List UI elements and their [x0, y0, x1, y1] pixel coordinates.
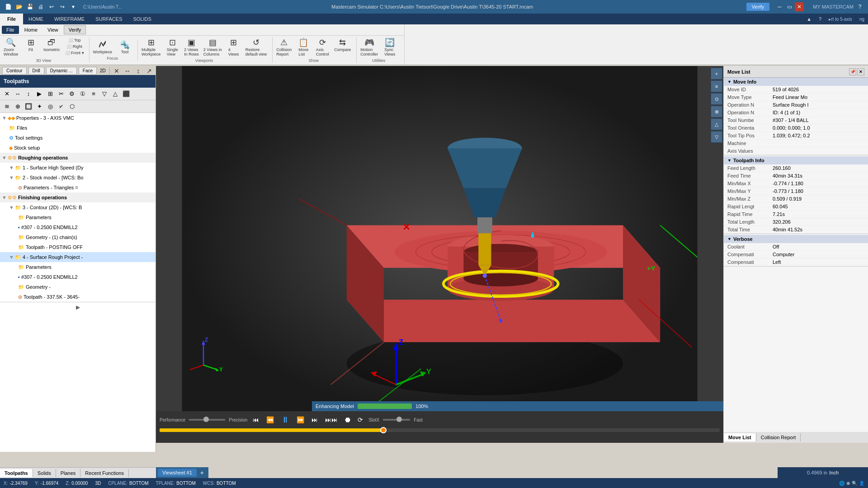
- tree-parameters-tri[interactable]: ⊘ Parameters - Triangles =: [0, 183, 156, 192]
- close-button[interactable]: ✕: [795, 2, 804, 11]
- dynamic-btn[interactable]: Dynamic ...: [46, 67, 77, 75]
- minimize-button[interactable]: ─: [775, 2, 784, 11]
- qat-redo[interactable]: ↪: [58, 2, 67, 11]
- verbose-header[interactable]: ▼ Verbose: [724, 235, 868, 243]
- fit-btn[interactable]: ⊞Fit: [22, 38, 40, 57]
- 2views-cols-btn[interactable]: ▤2 Views inColumns: [202, 38, 224, 57]
- help-button[interactable]: ?: [855, 2, 864, 11]
- lp-icon-19[interactable]: ⬡: [67, 102, 77, 112]
- status-globe-icon[interactable]: 🌐: [839, 481, 844, 486]
- mini-btn-3[interactable]: ⊙: [711, 93, 722, 105]
- tree-tool-307-contour[interactable]: ▪ #307 - 0.2500 ENDMILL2: [0, 222, 156, 232]
- tree-stock-setup[interactable]: ◆ Stock setup: [0, 143, 156, 153]
- panel-pin-btn[interactable]: 📌: [849, 68, 856, 75]
- lp-icon-18[interactable]: 🗸: [56, 102, 66, 112]
- tree-geometry-chains[interactable]: 📁 Geometry - (1) chain(s): [0, 232, 156, 242]
- viewsheet-tab-1[interactable]: Viewsheet #1: [158, 469, 197, 477]
- move-info-header[interactable]: ▼ Move Info: [724, 78, 868, 86]
- step-btn[interactable]: ⬣: [343, 415, 352, 424]
- wireframe-menu[interactable]: WIREFRAME: [49, 14, 90, 24]
- verify-sub-verify[interactable]: Verify: [64, 25, 86, 34]
- 4views-btn[interactable]: ⊞4Views: [225, 38, 243, 57]
- perf-slider[interactable]: [189, 419, 225, 421]
- motion-ctrl-btn[interactable]: 🎮MotionController: [359, 38, 380, 57]
- face-btn[interactable]: Face: [79, 67, 97, 75]
- lp-icon-17[interactable]: ◎: [45, 102, 55, 112]
- solids-menu[interactable]: SOLIDS: [127, 14, 156, 24]
- play-pause-btn[interactable]: ⏸: [279, 414, 291, 426]
- tab-planes[interactable]: Planes: [56, 469, 81, 477]
- lp-icon-5[interactable]: ⊞: [45, 89, 55, 99]
- tree-params-contour[interactable]: 📁 Parameters: [0, 212, 156, 222]
- sync-views-btn[interactable]: 🔄SyncViews: [381, 38, 399, 57]
- tab-collision[interactable]: Collision Report: [756, 433, 801, 441]
- verify-sub-file[interactable]: File: [2, 26, 19, 34]
- single-view-btn[interactable]: ⊡SingleView: [163, 38, 181, 57]
- toolbar-icon-3[interactable]: ↕: [133, 66, 143, 76]
- home-menu[interactable]: HOME: [23, 14, 49, 24]
- tree-stock-model[interactable]: ▼ 📁 2 - Stock model - [WCS: Bo: [0, 173, 156, 183]
- status-user-icon[interactable]: 👤: [859, 481, 864, 486]
- status-plus-icon[interactable]: ⊕: [846, 481, 850, 486]
- lp-icon-2[interactable]: ↔: [13, 89, 23, 99]
- status-search-icon[interactable]: 🔍: [852, 481, 857, 486]
- lp-icon-1[interactable]: ✕: [2, 89, 12, 99]
- refresh-btn[interactable]: ⟳: [356, 415, 365, 424]
- panel-close-btn[interactable]: ✕: [857, 68, 864, 75]
- verify-sub-home[interactable]: Home: [20, 26, 42, 34]
- axis-ctrl-btn[interactable]: ⟳AxisControl: [313, 38, 331, 57]
- workpiece-btn[interactable]: 🗲Workpiece: [91, 40, 114, 55]
- tab-move-list[interactable]: Move List: [724, 433, 756, 441]
- lp-icon-15[interactable]: 🔲: [24, 102, 33, 112]
- tree-toolpath-surface[interactable]: ⊘ Toolpath - 337.5K - 3645-: [0, 292, 156, 302]
- multiple-wp-btn[interactable]: ⊞MultipleWorkpiece: [140, 38, 162, 57]
- lp-icon-8[interactable]: ①: [78, 89, 88, 99]
- lp-icon-13[interactable]: ≋: [2, 102, 12, 112]
- tab-recent[interactable]: Recent Functions: [80, 469, 129, 477]
- tree-tool-307-surface[interactable]: ▪ #307 - 0.2500 ENDMILL2: [0, 272, 156, 282]
- lp-icon-9[interactable]: ≡: [89, 89, 99, 99]
- toolbar-icon-2[interactable]: ↔: [123, 66, 132, 76]
- right-btn[interactable]: ⬜ Right: [64, 44, 85, 49]
- top-btn[interactable]: ⬜ Top: [64, 38, 85, 43]
- tree-surface-rough-project[interactable]: ▼ 📁 4 - Surface Rough Project -: [0, 252, 156, 262]
- skip-start-btn[interactable]: ⏮: [251, 415, 261, 424]
- tree-surface-high-speed[interactable]: ▼ 📁 1 - Surface High Speed (Dy: [0, 163, 156, 173]
- tab-toolpaths[interactable]: Toolpaths: [0, 469, 33, 477]
- verify-button[interactable]: Verify: [746, 3, 770, 11]
- tree-contour-2d[interactable]: ▼ 📁 3 - Contour (2D) - [WCS: B: [0, 202, 156, 212]
- mini-btn-6[interactable]: ▽: [711, 131, 722, 143]
- toolbar-icon-4[interactable]: ↗: [144, 66, 154, 76]
- drill-btn[interactable]: Drill: [28, 67, 44, 75]
- front-btn[interactable]: ⬜ Front ▾: [64, 50, 85, 56]
- tree-params-surface[interactable]: 📁 Parameters: [0, 262, 156, 272]
- fast-fwd-btn[interactable]: ⏭⏭: [323, 415, 340, 424]
- compare-btn[interactable]: ⇆Compare: [332, 38, 353, 57]
- contour-btn[interactable]: Contour: [2, 67, 27, 75]
- qat-new[interactable]: 📄: [4, 2, 13, 11]
- lp-icon-14[interactable]: ⊕: [13, 102, 23, 112]
- lp-icon-6[interactable]: ✂: [56, 89, 66, 99]
- toolpath-info-header[interactable]: ▼ Toolpath Info: [724, 156, 868, 164]
- qat-open[interactable]: 📂: [14, 2, 24, 11]
- play-btn[interactable]: ⏩: [295, 415, 306, 424]
- tree-geometry-surface[interactable]: 📁 Geometry -: [0, 282, 156, 292]
- tree-tool-settings[interactable]: ⚙ Tool settings: [0, 133, 156, 143]
- lp-icon-4[interactable]: ▶: [34, 89, 44, 99]
- lp-icon-3[interactable]: ↕: [24, 89, 33, 99]
- mini-btn-2[interactable]: ≡: [711, 80, 722, 92]
- restore-button[interactable]: ▭: [785, 2, 794, 11]
- move-list-btn[interactable]: 📋MoveList: [294, 38, 312, 57]
- slot-slider[interactable]: [383, 419, 410, 421]
- collision-btn[interactable]: ⚠CollisionReport: [274, 38, 293, 57]
- toolbar-icon-1[interactable]: ✕: [112, 66, 122, 76]
- lp-icon-10[interactable]: ▽: [99, 89, 109, 99]
- isometric-btn[interactable]: 🗗Isometric: [42, 38, 62, 57]
- lp-icon-11[interactable]: △: [110, 89, 120, 99]
- zoom-window-btn[interactable]: 🔍ZoomWindow: [2, 38, 20, 57]
- qat-print[interactable]: 🖨: [36, 2, 45, 11]
- tool-btn[interactable]: 🔩Tool: [116, 40, 134, 55]
- restore-view-btn[interactable]: ↺Restoredefault view: [244, 38, 269, 57]
- skip-end-btn[interactable]: ⏭: [310, 415, 320, 424]
- canvas-area[interactable]: Z Y ✕ +Y: [156, 66, 723, 411]
